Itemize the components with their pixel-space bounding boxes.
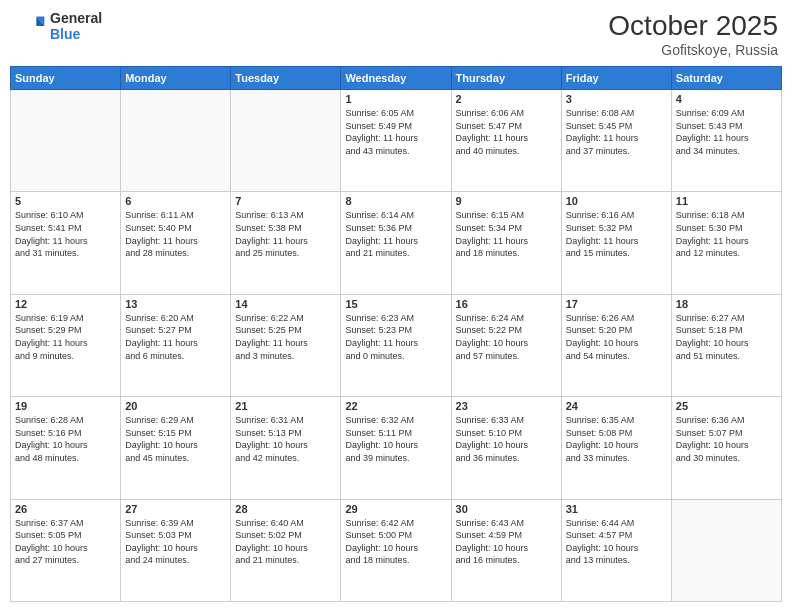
- day-info: Sunrise: 6:10 AM Sunset: 5:41 PM Dayligh…: [15, 209, 116, 259]
- calendar-cell: 10Sunrise: 6:16 AM Sunset: 5:32 PM Dayli…: [561, 192, 671, 294]
- weekday-header: Wednesday: [341, 67, 451, 90]
- day-info: Sunrise: 6:24 AM Sunset: 5:22 PM Dayligh…: [456, 312, 557, 362]
- day-number: 8: [345, 195, 446, 207]
- day-info: Sunrise: 6:39 AM Sunset: 5:03 PM Dayligh…: [125, 517, 226, 567]
- calendar-cell: 22Sunrise: 6:32 AM Sunset: 5:11 PM Dayli…: [341, 397, 451, 499]
- day-number: 15: [345, 298, 446, 310]
- day-number: 13: [125, 298, 226, 310]
- calendar-cell: 8Sunrise: 6:14 AM Sunset: 5:36 PM Daylig…: [341, 192, 451, 294]
- day-info: Sunrise: 6:42 AM Sunset: 5:00 PM Dayligh…: [345, 517, 446, 567]
- day-info: Sunrise: 6:33 AM Sunset: 5:10 PM Dayligh…: [456, 414, 557, 464]
- calendar-cell: 18Sunrise: 6:27 AM Sunset: 5:18 PM Dayli…: [671, 294, 781, 396]
- calendar-cell: 23Sunrise: 6:33 AM Sunset: 5:10 PM Dayli…: [451, 397, 561, 499]
- day-info: Sunrise: 6:09 AM Sunset: 5:43 PM Dayligh…: [676, 107, 777, 157]
- day-info: Sunrise: 6:08 AM Sunset: 5:45 PM Dayligh…: [566, 107, 667, 157]
- day-number: 25: [676, 400, 777, 412]
- day-number: 12: [15, 298, 116, 310]
- day-info: Sunrise: 6:23 AM Sunset: 5:23 PM Dayligh…: [345, 312, 446, 362]
- day-number: 7: [235, 195, 336, 207]
- day-number: 31: [566, 503, 667, 515]
- calendar-cell: 28Sunrise: 6:40 AM Sunset: 5:02 PM Dayli…: [231, 499, 341, 601]
- calendar-cell: [11, 90, 121, 192]
- calendar-week-row: 5Sunrise: 6:10 AM Sunset: 5:41 PM Daylig…: [11, 192, 782, 294]
- day-number: 5: [15, 195, 116, 207]
- day-number: 9: [456, 195, 557, 207]
- day-number: 14: [235, 298, 336, 310]
- calendar-week-row: 26Sunrise: 6:37 AM Sunset: 5:05 PM Dayli…: [11, 499, 782, 601]
- day-info: Sunrise: 6:28 AM Sunset: 5:16 PM Dayligh…: [15, 414, 116, 464]
- calendar-week-row: 1Sunrise: 6:05 AM Sunset: 5:49 PM Daylig…: [11, 90, 782, 192]
- day-number: 10: [566, 195, 667, 207]
- day-number: 22: [345, 400, 446, 412]
- calendar-cell: 12Sunrise: 6:19 AM Sunset: 5:29 PM Dayli…: [11, 294, 121, 396]
- calendar-cell: 4Sunrise: 6:09 AM Sunset: 5:43 PM Daylig…: [671, 90, 781, 192]
- day-info: Sunrise: 6:20 AM Sunset: 5:27 PM Dayligh…: [125, 312, 226, 362]
- weekday-header: Tuesday: [231, 67, 341, 90]
- day-number: 4: [676, 93, 777, 105]
- weekday-header: Friday: [561, 67, 671, 90]
- calendar-cell: 15Sunrise: 6:23 AM Sunset: 5:23 PM Dayli…: [341, 294, 451, 396]
- calendar-cell: 17Sunrise: 6:26 AM Sunset: 5:20 PM Dayli…: [561, 294, 671, 396]
- calendar-cell: 21Sunrise: 6:31 AM Sunset: 5:13 PM Dayli…: [231, 397, 341, 499]
- day-info: Sunrise: 6:16 AM Sunset: 5:32 PM Dayligh…: [566, 209, 667, 259]
- calendar-cell: 20Sunrise: 6:29 AM Sunset: 5:15 PM Dayli…: [121, 397, 231, 499]
- day-number: 18: [676, 298, 777, 310]
- calendar-cell: 19Sunrise: 6:28 AM Sunset: 5:16 PM Dayli…: [11, 397, 121, 499]
- calendar-cell: 30Sunrise: 6:43 AM Sunset: 4:59 PM Dayli…: [451, 499, 561, 601]
- calendar-cell: 1Sunrise: 6:05 AM Sunset: 5:49 PM Daylig…: [341, 90, 451, 192]
- day-info: Sunrise: 6:22 AM Sunset: 5:25 PM Dayligh…: [235, 312, 336, 362]
- day-number: 24: [566, 400, 667, 412]
- day-number: 16: [456, 298, 557, 310]
- day-number: 3: [566, 93, 667, 105]
- day-number: 23: [456, 400, 557, 412]
- calendar-cell: 6Sunrise: 6:11 AM Sunset: 5:40 PM Daylig…: [121, 192, 231, 294]
- calendar-cell: 31Sunrise: 6:44 AM Sunset: 4:57 PM Dayli…: [561, 499, 671, 601]
- day-info: Sunrise: 6:36 AM Sunset: 5:07 PM Dayligh…: [676, 414, 777, 464]
- day-info: Sunrise: 6:06 AM Sunset: 5:47 PM Dayligh…: [456, 107, 557, 157]
- weekday-header: Saturday: [671, 67, 781, 90]
- logo-icon: [14, 10, 46, 42]
- calendar-table: SundayMondayTuesdayWednesdayThursdayFrid…: [10, 66, 782, 602]
- day-info: Sunrise: 6:05 AM Sunset: 5:49 PM Dayligh…: [345, 107, 446, 157]
- day-info: Sunrise: 6:26 AM Sunset: 5:20 PM Dayligh…: [566, 312, 667, 362]
- calendar-cell: 27Sunrise: 6:39 AM Sunset: 5:03 PM Dayli…: [121, 499, 231, 601]
- day-info: Sunrise: 6:29 AM Sunset: 5:15 PM Dayligh…: [125, 414, 226, 464]
- day-info: Sunrise: 6:18 AM Sunset: 5:30 PM Dayligh…: [676, 209, 777, 259]
- calendar-cell: 13Sunrise: 6:20 AM Sunset: 5:27 PM Dayli…: [121, 294, 231, 396]
- calendar-cell: 2Sunrise: 6:06 AM Sunset: 5:47 PM Daylig…: [451, 90, 561, 192]
- calendar-cell: 14Sunrise: 6:22 AM Sunset: 5:25 PM Dayli…: [231, 294, 341, 396]
- calendar-cell: 5Sunrise: 6:10 AM Sunset: 5:41 PM Daylig…: [11, 192, 121, 294]
- day-number: 27: [125, 503, 226, 515]
- page: General Blue October 2025 Gofitskoye, Ru…: [0, 0, 792, 612]
- day-number: 6: [125, 195, 226, 207]
- calendar-cell: [671, 499, 781, 601]
- day-info: Sunrise: 6:32 AM Sunset: 5:11 PM Dayligh…: [345, 414, 446, 464]
- day-number: 28: [235, 503, 336, 515]
- calendar-cell: 3Sunrise: 6:08 AM Sunset: 5:45 PM Daylig…: [561, 90, 671, 192]
- day-number: 30: [456, 503, 557, 515]
- day-info: Sunrise: 6:35 AM Sunset: 5:08 PM Dayligh…: [566, 414, 667, 464]
- calendar-header-row: SundayMondayTuesdayWednesdayThursdayFrid…: [11, 67, 782, 90]
- title-block: October 2025 Gofitskoye, Russia: [608, 10, 778, 58]
- header: General Blue October 2025 Gofitskoye, Ru…: [10, 10, 782, 58]
- calendar-cell: 7Sunrise: 6:13 AM Sunset: 5:38 PM Daylig…: [231, 192, 341, 294]
- day-number: 20: [125, 400, 226, 412]
- day-info: Sunrise: 6:15 AM Sunset: 5:34 PM Dayligh…: [456, 209, 557, 259]
- day-number: 2: [456, 93, 557, 105]
- weekday-header: Sunday: [11, 67, 121, 90]
- day-number: 1: [345, 93, 446, 105]
- location-title: Gofitskoye, Russia: [608, 42, 778, 58]
- day-info: Sunrise: 6:14 AM Sunset: 5:36 PM Dayligh…: [345, 209, 446, 259]
- calendar-cell: 25Sunrise: 6:36 AM Sunset: 5:07 PM Dayli…: [671, 397, 781, 499]
- weekday-header: Thursday: [451, 67, 561, 90]
- calendar-cell: [231, 90, 341, 192]
- logo-text: General Blue: [50, 10, 102, 42]
- calendar-cell: 26Sunrise: 6:37 AM Sunset: 5:05 PM Dayli…: [11, 499, 121, 601]
- day-number: 21: [235, 400, 336, 412]
- day-number: 11: [676, 195, 777, 207]
- calendar-cell: 24Sunrise: 6:35 AM Sunset: 5:08 PM Dayli…: [561, 397, 671, 499]
- day-info: Sunrise: 6:37 AM Sunset: 5:05 PM Dayligh…: [15, 517, 116, 567]
- day-number: 19: [15, 400, 116, 412]
- weekday-header: Monday: [121, 67, 231, 90]
- day-number: 26: [15, 503, 116, 515]
